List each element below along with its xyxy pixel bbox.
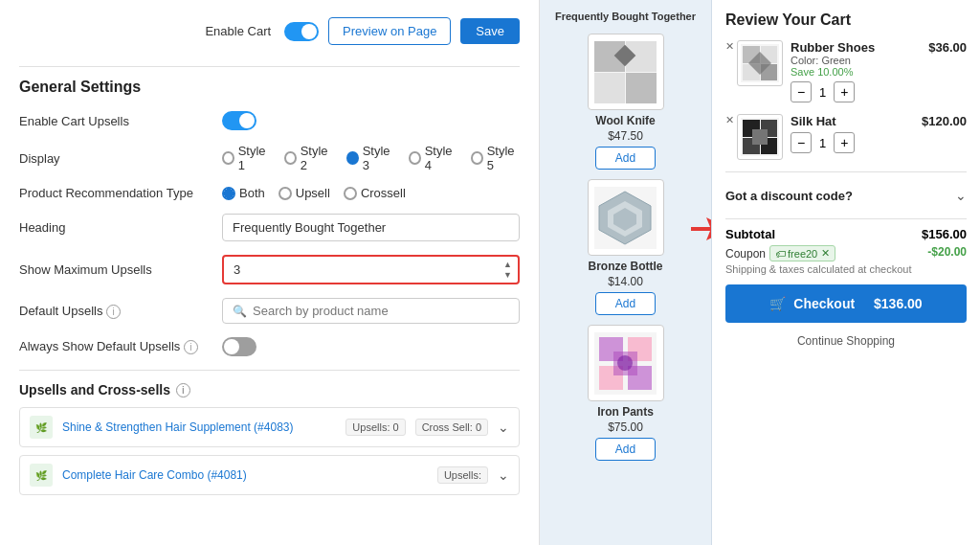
heading-label: Heading — [19, 220, 211, 235]
save-button[interactable]: Save — [460, 18, 520, 44]
add-button-2[interactable]: Add — [595, 292, 656, 315]
checkout-button[interactable]: 🛒 Checkout $136.00 — [725, 284, 967, 323]
product-card-2: Bronze Bottle $14.00 Add — [559, 179, 693, 315]
enable-cart-upsells-toggle-wrapper — [222, 111, 256, 130]
display-style2[interactable]: Style 2 — [284, 144, 333, 172]
product-price-3: $75.00 — [608, 420, 643, 434]
spinner-down[interactable]: ▼ — [501, 270, 514, 281]
qty-decrease-2[interactable]: − — [791, 132, 812, 153]
subtotal-value: $156.00 — [922, 227, 967, 241]
product-name-2: Bronze Bottle — [589, 260, 663, 273]
cart-item-img-1 — [737, 40, 783, 86]
item-name-1[interactable]: Shine & Strengthen Hair Supplement (#408… — [62, 420, 336, 434]
enable-cart-upsells-label: Enable Cart Upsells — [19, 114, 211, 128]
always-show-row: Always Show Default Upsells i — [19, 337, 520, 356]
shipping-note: Shipping & taxes calculated at checkout — [725, 263, 967, 275]
cart-item-color-1: Color: Green — [791, 55, 921, 66]
search-input[interactable] — [253, 304, 509, 318]
radio-style1 — [222, 151, 234, 165]
product-name-1: Wool Knife — [595, 114, 655, 127]
fbt-title: Frequently Bought Together — [546, 10, 705, 24]
qty-control-1: − 1 + — [791, 81, 921, 102]
enable-cart-toggle[interactable] — [284, 22, 319, 41]
rec-upsell[interactable]: Upsell — [278, 186, 330, 200]
display-style3[interactable]: Style 3 — [346, 144, 395, 172]
coupon-badge: 🏷 free20 ✕ — [769, 245, 835, 261]
cart-item-2: ✕ Silk Hat − 1 + $120.00 — [725, 114, 967, 160]
remove-item-2[interactable]: ✕ — [725, 114, 734, 126]
display-style5[interactable]: Style 5 — [471, 144, 520, 172]
cart-item-name-1: Rubber Shoes — [791, 40, 921, 55]
search-wrapper[interactable]: 🔍 — [222, 298, 520, 324]
upsells-info-icon: i — [176, 383, 190, 397]
cart-divider-1 — [725, 171, 967, 172]
qty-increase-2[interactable]: + — [834, 132, 855, 153]
subtotal-section: Subtotal $156.00 Coupon 🏷 free20 ✕ -$20.… — [725, 227, 967, 352]
enable-cart-upsells-toggle[interactable] — [222, 111, 256, 130]
rec-both[interactable]: Both — [222, 186, 265, 200]
top-bar: Enable Cart Preview on Page Save — [19, 10, 520, 58]
coupon-remove[interactable]: ✕ — [821, 247, 830, 260]
display-label: Display — [19, 151, 211, 166]
qty-increase-1[interactable]: + — [834, 81, 855, 102]
spinner-up[interactable]: ▲ — [501, 260, 514, 270]
crosssell-badge-1: Cross Sell: 0 — [415, 419, 488, 436]
default-upsells-label: Default Upsells i — [19, 304, 211, 319]
general-settings-title: General Settings — [19, 79, 520, 96]
upsells-section-title: Upsells and Cross-sells i — [19, 382, 520, 397]
radio-style2 — [284, 151, 297, 165]
discount-label: Got a discount code? — [725, 189, 853, 203]
cart-item-details-2: Silk Hat − 1 + — [791, 114, 914, 153]
subtotal-row: Subtotal $156.00 — [725, 227, 967, 241]
display-style4[interactable]: Style 4 — [409, 144, 457, 172]
item-icon-1: 🌿 — [30, 416, 53, 439]
enable-cart-upsells-row: Enable Cart Upsells — [19, 111, 520, 130]
left-panel: Enable Cart Preview on Page Save General… — [0, 0, 540, 545]
add-button-1[interactable]: Add — [595, 147, 656, 170]
item-expand-1[interactable]: ⌄ — [498, 420, 509, 435]
list-item: 🌿 Shine & Strengthen Hair Supplement (#4… — [19, 407, 520, 447]
continue-shopping-button[interactable]: Continue Shopping — [725, 330, 967, 352]
qty-decrease-1[interactable]: − — [791, 81, 812, 102]
top-divider — [19, 66, 520, 67]
remove-item-1[interactable]: ✕ — [725, 40, 734, 53]
right-panel: Review Your Cart ✕ Rubber Shoes Color: G… — [712, 0, 980, 545]
product-card-1: Wool Knife $47.50 Add — [559, 34, 693, 170]
radio-both-selected — [222, 187, 235, 200]
spinner-buttons: ▲ ▼ — [501, 260, 514, 281]
display-style1[interactable]: Style 1 — [222, 144, 271, 172]
upsells-badge-1: Upsells: 0 — [345, 419, 405, 436]
recommendation-type-row: Product Recommendation Type Both Upsell … — [19, 186, 520, 200]
chevron-down-icon: ⌄ — [955, 188, 967, 203]
subtotal-label: Subtotal — [725, 227, 775, 241]
display-radio-group: Style 1 Style 2 Style 3 Style 4 Style 5 — [222, 144, 520, 172]
svg-point-17 — [617, 355, 633, 371]
product-img-3 — [588, 325, 664, 401]
display-row: Display Style 1 Style 2 Style 3 Style 4 … — [19, 144, 520, 172]
cart-item-1: ✕ Rubber Shoes Color: Green Save 10.00% … — [725, 40, 967, 102]
cart-title: Review Your Cart — [725, 11, 967, 29]
default-upsells-info-icon: i — [106, 305, 121, 319]
cart-item-price-2: $120.00 — [922, 114, 967, 128]
max-upsells-input-wrapper: ▲ ▼ — [222, 255, 520, 284]
item-name-2[interactable]: Complete Hair Care Combo (#4081) — [62, 468, 428, 482]
heading-input[interactable] — [222, 214, 520, 241]
product-price-2: $14.00 — [608, 275, 643, 288]
item-expand-2[interactable]: ⌄ — [498, 467, 509, 483]
product-img-2 — [588, 179, 664, 256]
preview-on-page-button[interactable]: Preview on Page — [328, 17, 451, 45]
product-card-3: Iron Pants $75.00 Add — [559, 325, 693, 461]
rec-crossell[interactable]: Crossell — [344, 186, 406, 200]
always-show-toggle[interactable] — [222, 337, 256, 356]
radio-upsell — [278, 187, 292, 200]
list-item: 🌿 Complete Hair Care Combo (#4081) Upsel… — [19, 455, 520, 495]
max-upsells-input[interactable] — [228, 259, 501, 281]
add-button-3[interactable]: Add — [595, 438, 656, 461]
product-price-1: $47.50 — [608, 129, 643, 143]
discount-row[interactable]: Got a discount code? ⌄ — [725, 180, 967, 211]
cart-item-price-1: $36.00 — [928, 40, 967, 55]
coupon-label: Coupon 🏷 free20 ✕ — [725, 245, 835, 261]
svg-rect-29 — [752, 129, 768, 145]
upsells-badge-2: Upsells: — [437, 466, 488, 484]
always-show-info-icon: i — [184, 340, 198, 354]
